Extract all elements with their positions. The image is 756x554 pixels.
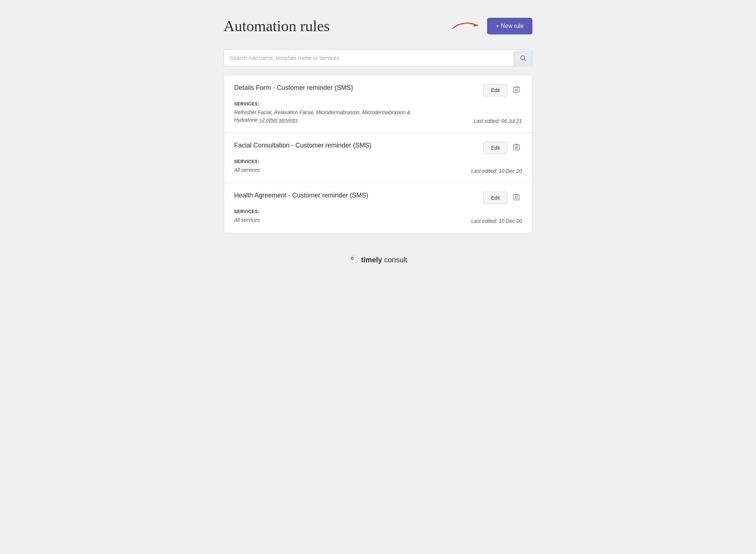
trash-icon [513,86,520,95]
rule-header: Health Agreement - Customer reminder (SM… [234,192,522,204]
table-row: Facial Consultation - Customer reminder … [224,133,532,183]
search-input[interactable] [224,50,514,66]
svg-line-2 [524,59,526,61]
rule-actions: Edit [483,192,522,204]
last-edited: Last edited: 10 Dec 20 [471,218,522,224]
services-label: SERVICES: [234,159,522,164]
new-rule-button[interactable]: + New rule [487,18,532,34]
svg-point-21 [352,258,353,259]
rule-details: All services Last edited: 10 Dec 20 [234,216,522,224]
services-label: SERVICES: [234,209,522,214]
edit-button[interactable]: Edit [483,192,507,204]
page-title: Automation rules [224,17,330,35]
logo: timelyconsult [349,255,407,265]
rule-details: Refresher Facial, Relaxation Facial, Mic… [234,109,522,124]
search-bar [224,49,532,66]
svg-marker-0 [473,23,477,27]
rules-list: Details Form - Customer reminder (SMS) E… [224,75,532,233]
rule-details: All services Last edited: 10 Dec 20 [234,166,522,174]
page-header: Automation rules + New rule [224,17,532,35]
logo-text-consult: consult [384,256,407,264]
timely-logo-icon [349,255,359,265]
delete-button[interactable] [511,142,522,154]
rule-name: Facial Consultation - Customer reminder … [234,142,371,149]
rule-name: Details Form - Customer reminder (SMS) [234,84,353,92]
last-edited: Last edited: 06 Jul 21 [474,118,522,124]
search-button[interactable] [514,50,532,66]
search-icon [520,55,526,61]
trash-icon [513,193,520,203]
more-services-link[interactable]: +2 other services [259,117,298,123]
trash-icon [513,143,520,153]
last-edited: Last edited: 10 Dec 20 [471,168,522,174]
table-row: Health Agreement - Customer reminder (SM… [224,183,532,233]
edit-button[interactable]: Edit [483,142,507,154]
arrow-annotation [449,18,485,34]
services-text: All services [234,216,260,224]
rule-name: Health Agreement - Customer reminder (SM… [234,192,368,199]
logo-text-timely: timely [361,256,382,264]
rule-header: Details Form - Customer reminder (SMS) E… [234,84,522,96]
header-actions: + New rule [487,18,532,34]
services-label: SERVICES: [234,101,522,107]
rule-actions: Edit [483,142,522,154]
rule-header: Facial Consultation - Customer reminder … [234,142,522,154]
table-row: Details Form - Customer reminder (SMS) E… [224,75,532,133]
rule-actions: Edit [483,84,522,96]
delete-button[interactable] [511,192,522,204]
footer: timelyconsult [224,255,532,265]
services-text: Refresher Facial, Relaxation Facial, Mic… [234,109,421,124]
services-text: All services [234,166,260,174]
delete-button[interactable] [511,84,522,96]
edit-button[interactable]: Edit [483,84,507,96]
